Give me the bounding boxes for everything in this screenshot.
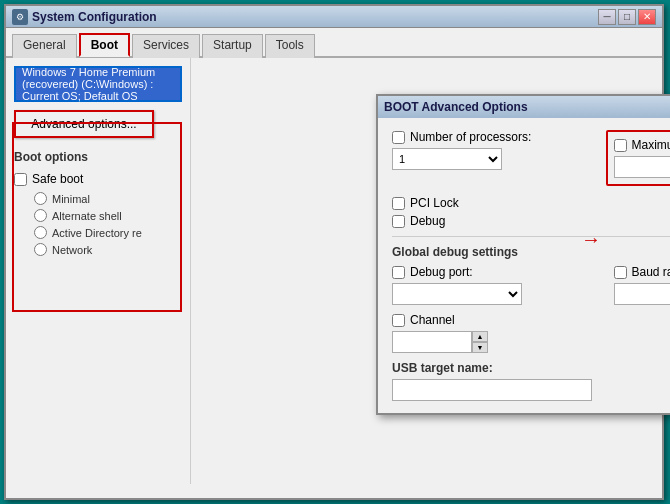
alternate-shell-row: Alternate shell xyxy=(34,209,182,222)
global-debug-label: Global debug settings xyxy=(392,245,670,259)
close-button[interactable]: ✕ xyxy=(638,9,656,25)
usb-target-section: USB target name: xyxy=(392,361,670,401)
maximize-button[interactable]: □ xyxy=(618,9,636,25)
debug-port-label: Debug port: xyxy=(410,265,473,279)
dialog-body: Number of processors: 1 xyxy=(378,118,670,413)
max-memory-spinbox: 0 ▲ ▼ xyxy=(614,156,671,178)
debug-row: Debug xyxy=(392,214,670,228)
tab-startup[interactable]: Startup xyxy=(202,34,263,58)
baud-rate-checkbox[interactable] xyxy=(614,266,627,279)
tab-boot[interactable]: Boot xyxy=(79,33,130,57)
dialog-area: BOOT Advanced Options ✕ Number of proces… xyxy=(191,58,662,484)
channel-spinbox: 0 ▲ ▼ xyxy=(392,331,670,353)
pci-lock-label: PCI Lock xyxy=(410,196,459,210)
debug-checkbox[interactable] xyxy=(392,215,405,228)
pci-lock-row: PCI Lock xyxy=(392,196,670,210)
minimize-button[interactable]: ─ xyxy=(598,9,616,25)
safe-boot-row: Safe boot xyxy=(14,172,182,186)
channel-spin-down[interactable]: ▼ xyxy=(472,342,488,353)
channel-checkbox-row: Channel xyxy=(392,313,670,327)
channel-section: Channel 0 ▲ ▼ xyxy=(392,313,670,353)
active-directory-label: Active Directory re xyxy=(52,227,142,239)
title-bar: ⚙ System Configuration ─ □ ✕ xyxy=(6,6,662,28)
num-processors-dropdown-row: 1 xyxy=(392,148,586,170)
dialog-title-text: BOOT Advanced Options xyxy=(384,100,528,114)
boot-advanced-dialog: BOOT Advanced Options ✕ Number of proces… xyxy=(376,94,670,415)
usb-target-label: USB target name: xyxy=(392,361,670,375)
debug-port-checkbox[interactable] xyxy=(392,266,405,279)
debug-port-checkbox-row: Debug port: xyxy=(392,265,594,279)
channel-input[interactable]: 0 xyxy=(392,331,472,353)
network-label: Network xyxy=(52,244,92,256)
baud-rate-col: Baud rate: xyxy=(614,265,671,305)
minimal-label: Minimal xyxy=(52,193,90,205)
baud-rate-checkbox-row: Baud rate: xyxy=(614,265,671,279)
network-row: Network xyxy=(34,243,182,256)
radio-group: Minimal Alternate shell Active Directory… xyxy=(34,192,182,256)
alternate-shell-label: Alternate shell xyxy=(52,210,122,222)
usb-target-input[interactable] xyxy=(392,379,592,401)
divider xyxy=(392,236,670,237)
advanced-options-button[interactable]: Advanced options... xyxy=(14,110,154,138)
max-memory-checkbox[interactable] xyxy=(614,139,627,152)
debug-port-baud-row: Debug port: Baud rate: xyxy=(392,265,670,305)
max-memory-checkbox-row: Maximum memory: xyxy=(614,138,671,152)
network-radio[interactable] xyxy=(34,243,47,256)
max-memory-col: Maximum memory: 0 ▲ ▼ xyxy=(606,130,671,186)
tab-tools[interactable]: Tools xyxy=(265,34,315,58)
max-memory-label: Maximum memory: xyxy=(632,138,671,152)
baud-rate-label: Baud rate: xyxy=(632,265,671,279)
num-processors-select[interactable]: 1 xyxy=(392,148,502,170)
safe-boot-checkbox[interactable] xyxy=(14,173,27,186)
top-options-row: Number of processors: 1 xyxy=(392,130,670,186)
debug-port-col: Debug port: xyxy=(392,265,594,305)
safe-boot-label: Safe boot xyxy=(32,172,83,186)
arrow-indicator: → xyxy=(581,228,601,251)
debug-label: Debug xyxy=(410,214,445,228)
left-panel: Windows 7 Home Premium (recovered) (C:\W… xyxy=(6,58,191,484)
window-title: System Configuration xyxy=(32,10,598,24)
minimal-radio[interactable] xyxy=(34,192,47,205)
num-processors-label: Number of processors: xyxy=(410,130,531,144)
tab-general[interactable]: General xyxy=(12,34,77,58)
channel-spin-buttons: ▲ ▼ xyxy=(472,331,488,353)
channel-spin-up[interactable]: ▲ xyxy=(472,331,488,342)
tab-services[interactable]: Services xyxy=(132,34,200,58)
channel-checkbox[interactable] xyxy=(392,314,405,327)
minimal-row: Minimal xyxy=(34,192,182,205)
active-directory-radio[interactable] xyxy=(34,226,47,239)
main-window: ⚙ System Configuration ─ □ ✕ General Boo… xyxy=(4,4,664,500)
pci-lock-checkbox[interactable] xyxy=(392,197,405,210)
tabs-bar: General Boot Services Startup Tools xyxy=(6,28,662,58)
debug-port-select[interactable] xyxy=(392,283,522,305)
main-content: Windows 7 Home Premium (recovered) (C:\W… xyxy=(6,58,662,484)
dialog-title-bar: BOOT Advanced Options ✕ xyxy=(378,96,670,118)
alternate-shell-radio[interactable] xyxy=(34,209,47,222)
boot-options-label: Boot options xyxy=(14,150,182,164)
num-processors-checkbox-row: Number of processors: xyxy=(392,130,586,144)
app-icon: ⚙ xyxy=(12,9,28,25)
channel-label: Channel xyxy=(410,313,455,327)
num-processors-checkbox[interactable] xyxy=(392,131,405,144)
title-bar-buttons: ─ □ ✕ xyxy=(598,9,656,25)
baud-rate-select[interactable] xyxy=(614,283,671,305)
active-directory-row: Active Directory re xyxy=(34,226,182,239)
os-entry[interactable]: Windows 7 Home Premium (recovered) (C:\W… xyxy=(14,66,182,102)
max-memory-input[interactable]: 0 xyxy=(614,156,671,178)
num-processors-col: Number of processors: 1 xyxy=(392,130,586,170)
